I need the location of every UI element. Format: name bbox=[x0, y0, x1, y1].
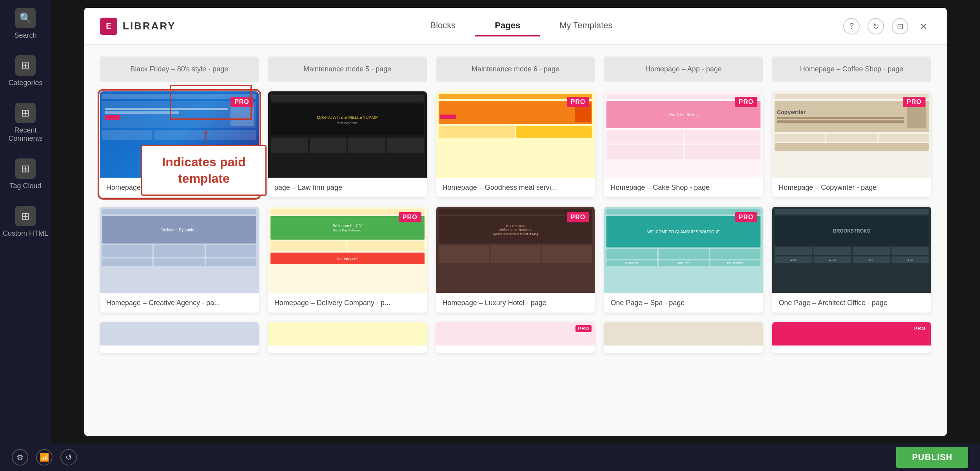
template-card-copywriter[interactable]: Copywriter bbox=[772, 91, 931, 197]
template-label-law-firm: page – Law firm page bbox=[268, 178, 427, 197]
tab-pages[interactable]: Pages bbox=[475, 16, 540, 36]
sidebar-item-label: Tag Cloud bbox=[9, 182, 41, 190]
library-title: LIBRARY bbox=[123, 20, 176, 32]
modal-body: Black Friday – 80's style - page Mainten… bbox=[84, 45, 947, 436]
publish-button[interactable]: PUBLISH bbox=[896, 447, 968, 468]
bottom-card-1[interactable] bbox=[100, 322, 259, 353]
search-icon: 🔍 bbox=[15, 8, 36, 28]
modal-overlay: E LIBRARY Blocks Pages My Templates ? ↻ … bbox=[51, 0, 980, 444]
tab-my-templates[interactable]: My Templates bbox=[540, 16, 632, 36]
library-modal: E LIBRARY Blocks Pages My Templates ? ↻ … bbox=[84, 8, 947, 436]
template-card-luxury-hotel[interactable]: HOTELANSWelcome to HotelansA place to ex… bbox=[436, 207, 595, 313]
categories-icon: ⊞ bbox=[15, 55, 36, 76]
sidebar-item-categories[interactable]: ⊞ Categories bbox=[8, 55, 42, 87]
tab-blocks[interactable]: Blocks bbox=[411, 16, 475, 36]
elementor-logo-icon: E bbox=[100, 18, 117, 35]
bottom-pro-badge-3: PRO bbox=[575, 325, 592, 332]
refresh-button[interactable]: ↻ bbox=[867, 18, 884, 35]
logo-e: E bbox=[106, 22, 111, 31]
templates-top-row: Black Friday – 80's style - page Mainten… bbox=[100, 56, 931, 82]
template-card-delivery[interactable]: Welcome to DLVSame Day Delivery Our serv… bbox=[268, 207, 427, 313]
top-card-2[interactable]: Maintenance mode 5 - page bbox=[268, 56, 427, 82]
sidebar-item-label: Categories bbox=[8, 79, 42, 87]
sidebar-item-search[interactable]: 🔍 Search bbox=[14, 8, 36, 40]
template-label-luxury-hotel: Homepage – Luxury Hotel - page bbox=[436, 293, 595, 313]
template-label-delivery: Homepage – Delivery Company - p... bbox=[268, 293, 427, 313]
custom-html-icon: ⊞ bbox=[15, 206, 36, 226]
pro-badge-cake-shop: PRO bbox=[735, 97, 758, 107]
settings-button[interactable]: ⚙ bbox=[12, 449, 28, 466]
recent-comments-icon: ⊞ bbox=[15, 103, 36, 123]
template-card-goodness[interactable]: PRO Homepage – Goodness meal servi... bbox=[436, 91, 595, 197]
help-button[interactable]: ? bbox=[843, 18, 860, 35]
template-label-spa: One Page – Spa - page bbox=[604, 293, 763, 313]
template-card-creative-agency[interactable]: Welcome Dynamic... bbox=[100, 207, 259, 313]
templates-row-1: PRO Homepage – MARKOWITZ & MELLENCAMPPra… bbox=[100, 91, 931, 197]
templates-bottom-row: PRO PRO bbox=[100, 322, 931, 353]
top-card-5[interactable]: Homepage – Coffee Shop - page bbox=[772, 56, 931, 82]
top-card-3[interactable]: Maintenance mode 6 - page bbox=[436, 56, 595, 82]
template-label-homepage-pro: Homepage – bbox=[100, 178, 259, 197]
template-card-cake-shop[interactable]: The Art of Baking PRO Homepage – Cake Sh… bbox=[604, 91, 763, 197]
template-card-homepage-pro[interactable]: PRO Homepage – bbox=[100, 91, 259, 197]
pro-badge-goodness: PRO bbox=[567, 97, 590, 107]
template-label-creative-agency: Homepage – Creative Agency - pa... bbox=[100, 293, 259, 313]
modal-logo: E LIBRARY bbox=[100, 18, 176, 35]
sidebar-item-label: Recent Comments bbox=[0, 126, 51, 143]
template-card-architect[interactable]: BROOKSTROKS ▲352 ▲120 ♦1 bbox=[772, 207, 931, 313]
sidebar-item-label: Search bbox=[14, 31, 36, 40]
modal-header: E LIBRARY Blocks Pages My Templates ? ↻ … bbox=[84, 8, 947, 45]
template-thumbnail-creative-agency: Welcome Dynamic... bbox=[100, 207, 259, 293]
sidebar-item-label: Custom HTML bbox=[3, 229, 48, 238]
template-card-law-firm[interactable]: MARKOWITZ & MELLENCAMPPractice Areas pag… bbox=[268, 91, 427, 197]
template-label-cake-shop: Homepage – Cake Shop - page bbox=[604, 178, 763, 197]
history-button[interactable]: ↺ bbox=[60, 449, 77, 466]
templates-row-2: Welcome Dynamic... bbox=[100, 207, 931, 313]
bottom-card-5[interactable]: PRO bbox=[772, 322, 931, 353]
pro-badge-homepage: PRO bbox=[230, 97, 253, 107]
template-card-spa[interactable]: WELCOME TO GLAMOUR'S BOUTIQUE MASSAGE BE… bbox=[604, 207, 763, 313]
sidebar-item-recent-comments[interactable]: ⊞ Recent Comments bbox=[0, 103, 51, 143]
sidebar: 🔍 Search ⊞ Categories ⊞ Recent Comments … bbox=[0, 0, 51, 471]
pro-badge-copywriter: PRO bbox=[903, 97, 926, 107]
top-card-1[interactable]: Black Friday – 80's style - page bbox=[100, 56, 259, 82]
save-button[interactable]: ⊡ bbox=[892, 18, 908, 35]
tag-cloud-icon: ⊞ bbox=[15, 158, 36, 179]
template-label-architect: One Page – Architect Office - page bbox=[772, 293, 931, 313]
template-thumbnail-architect: BROOKSTROKS ▲352 ▲120 ♦1 bbox=[772, 207, 931, 293]
pro-badge-delivery: PRO bbox=[399, 212, 421, 222]
close-button[interactable]: × bbox=[916, 18, 931, 35]
pro-badge-luxury-hotel: PRO bbox=[567, 212, 590, 222]
bottom-pro-badge-5: PRO bbox=[912, 325, 928, 332]
modal-header-actions: ? ↻ ⊡ × bbox=[843, 18, 931, 35]
template-label-goodness: Homepage – Goodness meal servi... bbox=[436, 178, 595, 197]
sidebar-item-custom-html[interactable]: ⊞ Custom HTML bbox=[3, 206, 48, 238]
modal-tabs: Blocks Pages My Templates bbox=[200, 16, 844, 36]
template-thumbnail-law-firm: MARKOWITZ & MELLENCAMPPractice Areas bbox=[268, 91, 427, 178]
bottom-card-4[interactable] bbox=[604, 322, 763, 353]
bottom-bar: ⚙ 📶 ↺ PUBLISH bbox=[0, 444, 980, 471]
wifi-button[interactable]: 📶 bbox=[36, 449, 53, 466]
top-card-4[interactable]: Homepage – App - page bbox=[604, 56, 763, 82]
pro-badge-spa: PRO bbox=[735, 212, 758, 222]
bottom-card-2[interactable] bbox=[268, 322, 427, 353]
template-label-copywriter: Homepage – Copywriter - page bbox=[772, 178, 931, 197]
bottom-card-3[interactable]: PRO bbox=[436, 322, 595, 353]
sidebar-item-tag-cloud[interactable]: ⊞ Tag Cloud bbox=[9, 158, 41, 190]
